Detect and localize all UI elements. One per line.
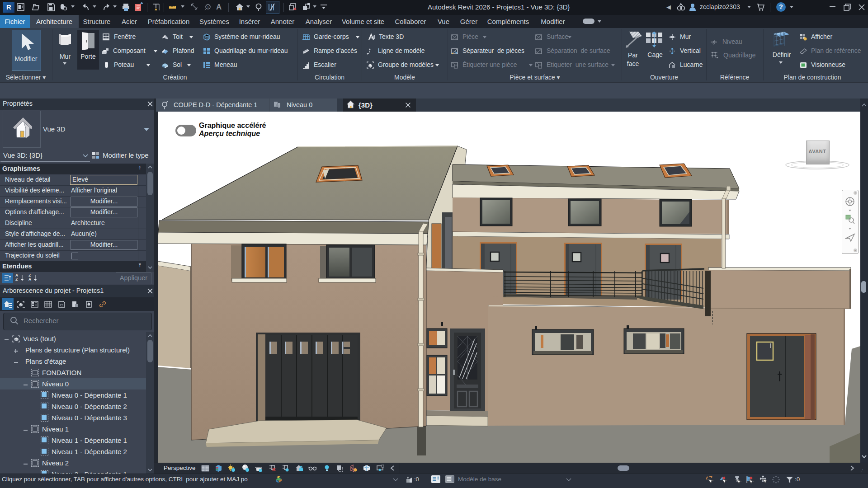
- svg-text:1: 1: [207, 5, 209, 9]
